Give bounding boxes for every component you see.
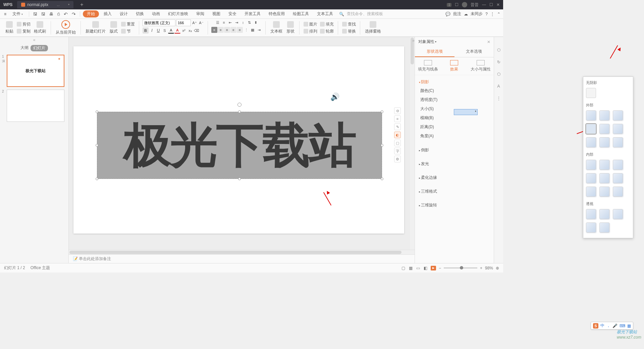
comment-label[interactable]: 批注 [453,11,461,17]
resize-handle-ml[interactable] [96,144,98,147]
ribbon-tab-special[interactable]: 特色应用 [265,10,288,17]
help-icon[interactable]: ? [485,12,488,16]
align-left-button[interactable]: ≡ [211,27,217,33]
notification-badge[interactable]: 1 [447,3,451,7]
resize-handle-br[interactable] [381,178,383,180]
increase-font-button[interactable]: A⁺ [192,20,198,26]
text-options-tab[interactable]: 文本选项 [454,47,494,57]
reflection-section-title[interactable]: 倒影 [419,146,490,154]
zoom-slider[interactable] [444,267,477,268]
view-normal-button[interactable]: ▢ [401,266,406,270]
search-placeholder[interactable]: 查找命令、搜索模板 [347,11,383,17]
ribbon-tab-security[interactable]: 安全 [225,10,240,17]
sync-icon[interactable]: ☁ [464,12,468,16]
ribbon-tab-home[interactable]: 开始 [83,10,99,17]
sync-label[interactable]: 未同步 [471,11,483,17]
clear-format-button[interactable]: ⌫ [194,28,200,34]
resize-handle-tr[interactable] [381,110,383,113]
hamburger-icon[interactable]: ≡ [3,11,8,17]
prop-collapse-button[interactable]: » [412,38,415,44]
slide-canvas[interactable]: 极光下载站 [73,46,404,234]
align-right-button[interactable]: ≡ [224,27,230,33]
indent-dec-button[interactable]: ⇤ [227,19,233,26]
ribbon-tab-view[interactable]: 视图 [209,10,224,17]
fill-button[interactable]: 填充 [319,21,334,28]
file-menu[interactable]: 文件 [9,10,26,17]
select-pane-button[interactable]: 选择窗格 [364,21,382,34]
glow-section-title[interactable]: 发光 [419,160,490,168]
horizontal-scrollbar[interactable] [69,250,415,254]
float-shape-icon[interactable]: ◐ [394,132,401,138]
decrease-font-button[interactable]: A⁻ [198,20,204,26]
font-size-select[interactable] [176,19,191,26]
float-text-icon[interactable]: 字 [394,148,401,154]
list-level-button[interactable]: ⋮ [243,27,249,33]
bookmark-icon[interactable]: ☐ [455,2,459,7]
indent-button[interactable]: ⇥ [256,27,262,33]
zoom-knob[interactable] [460,266,463,269]
fit-button[interactable]: ⊕ [496,266,499,270]
slides-tab[interactable]: 幻灯片 [31,45,48,51]
line-spacing-button[interactable]: ↕ [240,19,246,26]
new-slide-button[interactable]: 新建幻灯片 [84,21,107,34]
resize-handle-tm[interactable] [238,110,241,113]
search-icon[interactable]: 🔍 [338,11,345,17]
minimize-button[interactable]: — [482,2,486,7]
text-direction-button[interactable]: ⇅ [247,19,253,26]
save-as-icon[interactable]: 🖫 [40,11,47,17]
ribbon-tab-design[interactable]: 设计 [116,10,131,17]
italic-button[interactable]: I [149,28,155,34]
resize-handle-mr[interactable] [381,144,383,147]
save-icon[interactable]: 🖫 [32,11,39,17]
float-frame-icon[interactable]: ▢ [394,140,401,146]
bullets-button[interactable]: ☰ [215,19,221,26]
print-icon[interactable]: 🖶 [48,11,55,17]
resize-handle-bm[interactable] [238,178,241,180]
properties-close-button[interactable]: ✕ [487,40,490,44]
ribbon-tab-transition[interactable]: 切换 [132,10,147,17]
section-button[interactable]: 节 [120,28,136,35]
print-preview-icon[interactable]: ⎙ [56,11,61,17]
zoom-in-button[interactable]: + [480,266,482,270]
view-notes-button[interactable]: ◧ [423,266,428,270]
align-text-button[interactable]: ⬍ [253,19,259,26]
superscript-button[interactable]: x² [181,28,187,34]
soft-edges-section-title[interactable]: 柔化边缘 [419,173,490,182]
3d-rotate-section-title[interactable]: 三维旋转 [419,201,490,209]
slide-thumbnail-2[interactable] [7,90,64,122]
redo-button[interactable] [70,11,77,17]
view-sorter-button[interactable]: ▦ [409,266,413,270]
slide-thumbnail-1[interactable]: 极光下载站 ★ [7,55,64,87]
new-tab-button[interactable]: + [80,2,83,8]
format-painter-button[interactable]: 格式刷 [33,21,47,34]
notes-bar[interactable]: 📝 单击此处添加备注 [69,254,415,263]
ribbon-tab-devtools[interactable]: 开发工具 [241,10,264,17]
float-collapse-icon[interactable]: ⊖ [394,107,401,114]
comment-icon[interactable]: 💬 [445,12,450,16]
arrange-button[interactable]: 排列 [303,28,318,35]
ribbon-tab-animation[interactable]: 动画 [149,10,163,17]
side-tool-1[interactable]: ⬡ [496,47,502,53]
font-color-button[interactable]: A [168,28,174,34]
float-layers-icon[interactable]: ≡ [394,115,401,122]
reset-button[interactable]: 重置 [120,21,136,28]
strike-button[interactable]: S [162,28,168,34]
outline-button[interactable]: 轮廓 [319,28,334,35]
side-tool-2[interactable]: ↻ [496,59,502,65]
side-tool-4[interactable]: A [496,83,502,89]
subscript-button[interactable]: x₂ [187,28,193,34]
picture-button[interactable]: 图片 [303,21,318,28]
zoom-out-button[interactable]: − [439,266,441,270]
align-distribute-button[interactable]: ≡ [237,27,243,33]
shadow-preset-dropdown[interactable] [454,109,478,115]
ribbon-tab-text-tools[interactable]: 文本工具 [314,10,336,17]
audio-icon[interactable] [330,93,340,100]
indent-inc-button[interactable]: ⇥ [234,19,240,26]
ribbon-tab-insert[interactable]: 插入 [100,10,115,17]
layout-button[interactable]: 版式 [108,21,119,34]
find-button[interactable]: 查找 [341,21,357,28]
bold-button[interactable]: B [143,28,149,34]
left-collapse-button[interactable]: « [0,37,68,43]
textbox-button[interactable]: 文本框 [269,21,284,34]
document-tab[interactable]: normal.pptx ⎵ • [17,1,73,8]
